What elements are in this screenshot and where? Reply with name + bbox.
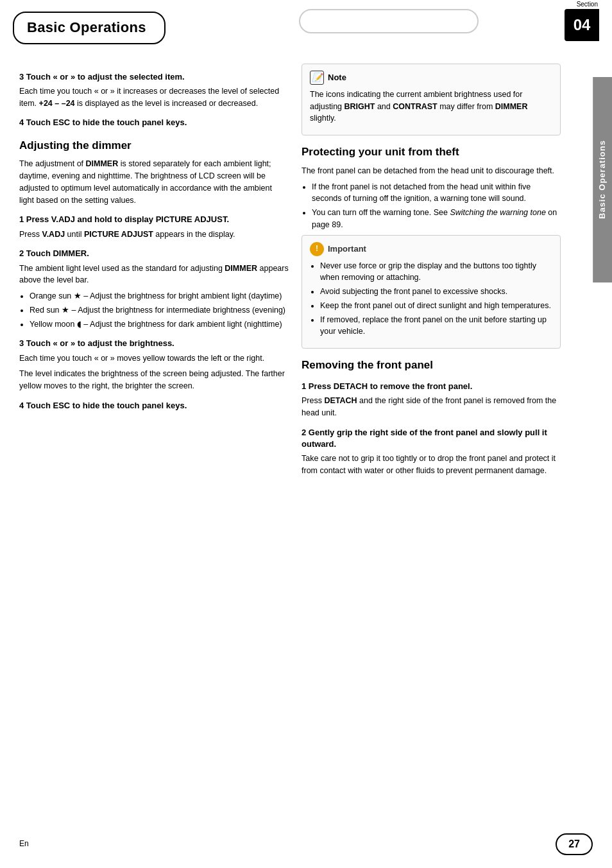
important-bullet2: Avoid subjecting the front panel to exce… (320, 286, 552, 298)
footer-page: 27 (556, 833, 593, 855)
protecting-bullet2: You can turn off the warning tone. See S… (312, 207, 561, 231)
note-p1: The icons indicating the current ambient… (310, 89, 552, 125)
switching-italic: Switching the warning tone (450, 208, 545, 217)
header-center (166, 9, 612, 33)
step3-range: +24 – –24 (39, 99, 75, 108)
title-badge: Basic Operations (13, 12, 166, 44)
left-column: 3 Touch « or » to adjust the selected it… (19, 64, 289, 481)
page: Basic Operations Section 04 Basic Operat… (0, 0, 612, 868)
removing-step2-heading: 2 Gently grip the right side of the fron… (302, 427, 561, 450)
dimmer2-bold: DIMMER (225, 264, 257, 273)
step2-heading: 2 Touch DIMMER. (19, 248, 289, 259)
step3b-p2: The level indicates the brightness of th… (19, 368, 289, 392)
detach-bold: DETACH (324, 396, 357, 405)
step1-p1: Press V.ADJ until PICTURE ADJUST appears… (19, 229, 289, 241)
important-bullet1: Never use force or grip the display and … (320, 260, 552, 284)
footer-lang: En (19, 838, 29, 849)
step3b-p1: Each time you touch « or » moves yellow … (19, 352, 289, 365)
main-content: 3 Touch « or » to adjust the selected it… (0, 51, 612, 494)
top-header: Basic Operations Section 04 (0, 0, 612, 44)
note-icon: 📝 (310, 71, 324, 85)
bullet-orange-sun: Orange sun ★ – Adjust the brightness for… (30, 290, 289, 302)
protecting-p1: The front panel can be detached from the… (302, 165, 561, 177)
step4b-heading: 4 Touch ESC to hide the touch panel keys… (19, 400, 289, 412)
important-icon: ! (310, 242, 324, 256)
step2-p1: The ambient light level used as the stan… (19, 263, 289, 287)
important-title-row: ! Important (310, 242, 552, 256)
protecting-heading: Protecting your unit from theft (302, 144, 561, 160)
picture-adjust-bold: PICTURE ADJUST (84, 230, 153, 239)
contrast-bold: CONTRAST (393, 102, 437, 111)
bullet-red-sun: Red sun ★ – Adjust the brightness for in… (30, 304, 289, 317)
important-bullet3: Keep the front panel out of direct sunli… (320, 300, 552, 312)
step1-heading: 1 Press V.ADJ and hold to display PICTUR… (19, 214, 289, 225)
protecting-bullet1: If the front panel is not detached from … (312, 181, 561, 205)
removing-step1-heading: 1 Press DETACH to remove the front panel… (302, 381, 561, 392)
step3b-heading: 3 Touch « or » to adjust the brightness. (19, 338, 289, 349)
dimmer-bold: DIMMER (86, 159, 119, 168)
step3-p1: Each time you touch « or » it increases … (19, 85, 289, 110)
adjusting-p1: The adjustment of DIMMER is stored separ… (19, 158, 289, 206)
bright-bold: BRIGHT (344, 102, 375, 111)
important-box: ! Important Never use force or grip the … (302, 235, 561, 349)
section-tag: Section 04 (565, 0, 599, 41)
footer: En 27 (0, 833, 612, 855)
right-column: 📝 Note The icons indicating the current … (302, 64, 561, 481)
removing-step1-p1: Press DETACH and the right side of the f… (302, 395, 561, 419)
important-bullets: Never use force or grip the display and … (320, 260, 552, 338)
removing-step2-p1: Take care not to grip it too tightly or … (302, 453, 561, 477)
step3-heading: 3 Touch « or » to adjust the selected it… (19, 71, 289, 83)
page-title: Basic Operations (27, 19, 146, 35)
step4-heading: 4 Touch ESC to hide the touch panel keys… (19, 117, 289, 128)
side-label: Basic Operations (593, 77, 612, 282)
dimmer-bullets: Orange sun ★ – Adjust the brightness for… (30, 290, 289, 330)
removing-heading: Removing the front panel (302, 358, 561, 373)
important-bullet4: If removed, replace the front panel on t… (320, 314, 552, 338)
note-box: 📝 Note The icons indicating the current … (302, 64, 561, 135)
adjusting-heading: Adjusting the dimmer (19, 138, 289, 153)
section-number-box: 04 (565, 9, 599, 41)
bullet-yellow-moon: Yellow moon ◖ – Adjust the brightness fo… (30, 318, 289, 331)
header-circle (299, 9, 479, 33)
section-label: Section (577, 0, 598, 9)
dimmer3-bold: DIMMER (495, 102, 528, 111)
note-title-row: 📝 Note (310, 71, 552, 85)
vadj-bold: V.ADJ (42, 230, 65, 239)
protecting-bullets: If the front panel is not detached from … (312, 181, 561, 231)
